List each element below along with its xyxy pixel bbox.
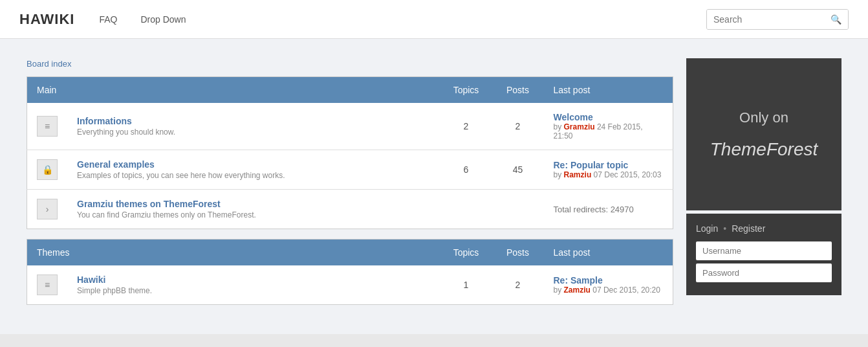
forum-desc: You can find Gramziu themes only on Them… [77, 210, 431, 219]
themes-col-lastpost: Last post [544, 240, 673, 266]
themes-col-topics: Topics [440, 240, 492, 266]
forum-title: Informations [77, 116, 431, 126]
themes-col-posts: Posts [492, 240, 544, 266]
forum-link[interactable]: General examples [77, 159, 155, 170]
table-row: ≡ Hawiki Simple phpBB theme. 1 2 Re: Sam… [27, 265, 673, 305]
sidebar-auth-widget: Login • Register [686, 214, 841, 295]
page-container: Board index Main Topics Posts Last post [14, 49, 854, 324]
main-content: Board index Main Topics Posts Last post [27, 58, 673, 315]
row-icon-cell: ≡ [27, 265, 68, 305]
nav-faq[interactable]: FAQ [94, 11, 122, 28]
row-info-cell: Hawiki Simple phpBB theme. [67, 265, 440, 305]
main-section-title: Main [27, 77, 440, 104]
site-logo[interactable]: HAWIKI [19, 11, 74, 28]
themes-forum-table: Themes Topics Posts Last post ≡ [27, 239, 673, 305]
auth-separator: • [723, 223, 726, 234]
main-forum-table: Main Topics Posts Last post ≡ [27, 76, 673, 229]
search-button[interactable]: 🔍 [824, 10, 848, 29]
topics-count: 1 [440, 265, 492, 305]
promo-line1: Only on [739, 109, 788, 126]
sidebar-promo-widget: Only on ThemeForest [686, 58, 841, 210]
search-input[interactable] [707, 10, 824, 29]
username-input[interactable] [696, 241, 832, 260]
sidebar-promo: Only on ThemeForest [686, 58, 841, 210]
posts-count: 2 [492, 265, 544, 305]
row-icon-cell: ≡ [27, 103, 68, 150]
forum-link[interactable]: Hawiki [77, 274, 105, 285]
forum-desc: Everything you should know. [77, 128, 431, 137]
last-post-cell: Re: Sample by Zamziu 07 Dec 2015, 20:20 [544, 265, 673, 305]
sidebar: Only on ThemeForest Login • Register [686, 58, 841, 315]
table-row: › Gramziu themes on ThemeForest You can … [27, 190, 673, 229]
posts-count: 2 [492, 103, 544, 150]
last-post-user[interactable]: Gramziu [564, 122, 595, 131]
topics-count: 2 [440, 103, 492, 150]
last-post-by: by Ramziu 07 Dec 2015, 20:03 [554, 170, 664, 179]
auth-header: Login • Register [696, 223, 832, 234]
last-post-by: by Zamziu 07 Dec 2015, 20:20 [554, 285, 664, 295]
forum-link[interactable]: Informations [77, 116, 132, 126]
last-post-user[interactable]: Ramziu [564, 170, 592, 179]
search-box: 🔍 [706, 9, 849, 30]
forum-chevron-icon: › [37, 199, 58, 219]
nav-dropdown[interactable]: Drop Down [135, 11, 191, 28]
row-info-cell: Gramziu themes on ThemeForest You can fi… [67, 190, 440, 229]
forum-lock-icon: 🔒 [37, 159, 58, 180]
main-col-posts: Posts [492, 77, 544, 104]
forum-link[interactable]: Gramziu themes on ThemeForest [77, 199, 221, 209]
header: HAWIKI FAQ Drop Down 🔍 [0, 0, 868, 39]
forum-desc: Simple phpBB theme. [77, 286, 431, 295]
themes-section-title: Themes [27, 240, 440, 266]
last-post-by: by Gramziu 24 Feb 2015, 21:50 [554, 122, 664, 140]
table-row: 🔒 General examples Examples of topics, y… [27, 150, 673, 190]
last-post-user[interactable]: Zamziu [564, 285, 591, 295]
last-post-cell: Welcome by Gramziu 24 Feb 2015, 21:50 [544, 103, 673, 150]
redirect-info: Total redirects: 24970 [544, 190, 673, 229]
forum-title: General examples [77, 159, 431, 170]
breadcrumb-link[interactable]: Board index [27, 59, 71, 69]
promo-line2: ThemeForest [710, 139, 818, 160]
forum-doc-icon: ≡ [37, 274, 58, 295]
last-post-link[interactable]: Welcome [554, 112, 593, 122]
last-post-link[interactable]: Re: Popular topic [554, 160, 629, 170]
row-info-cell: General examples Examples of topics, you… [67, 150, 440, 190]
last-post-cell: Re: Popular topic by Ramziu 07 Dec 2015,… [544, 150, 673, 190]
forum-title: Gramziu themes on ThemeForest [77, 199, 431, 209]
password-input[interactable] [696, 263, 832, 282]
main-col-lastpost: Last post [544, 77, 673, 104]
row-icon-cell: 🔒 [27, 150, 68, 190]
table-row: ≡ Informations Everything you should kno… [27, 103, 673, 150]
register-link[interactable]: Register [732, 223, 765, 234]
topics-count: 6 [440, 150, 492, 190]
forum-title: Hawiki [77, 274, 431, 285]
breadcrumb: Board index [27, 58, 673, 69]
row-icon-cell: › [27, 190, 68, 229]
redirect-cell [440, 190, 544, 229]
forum-doc-icon: ≡ [37, 116, 58, 137]
posts-count: 45 [492, 150, 544, 190]
main-nav: FAQ Drop Down [94, 11, 706, 28]
row-info-cell: Informations Everything you should know. [67, 103, 440, 150]
last-post-link[interactable]: Re: Sample [554, 275, 603, 285]
forum-desc: Examples of topics, you can see here how… [77, 171, 431, 180]
login-link[interactable]: Login [696, 223, 718, 234]
main-col-topics: Topics [440, 77, 492, 104]
